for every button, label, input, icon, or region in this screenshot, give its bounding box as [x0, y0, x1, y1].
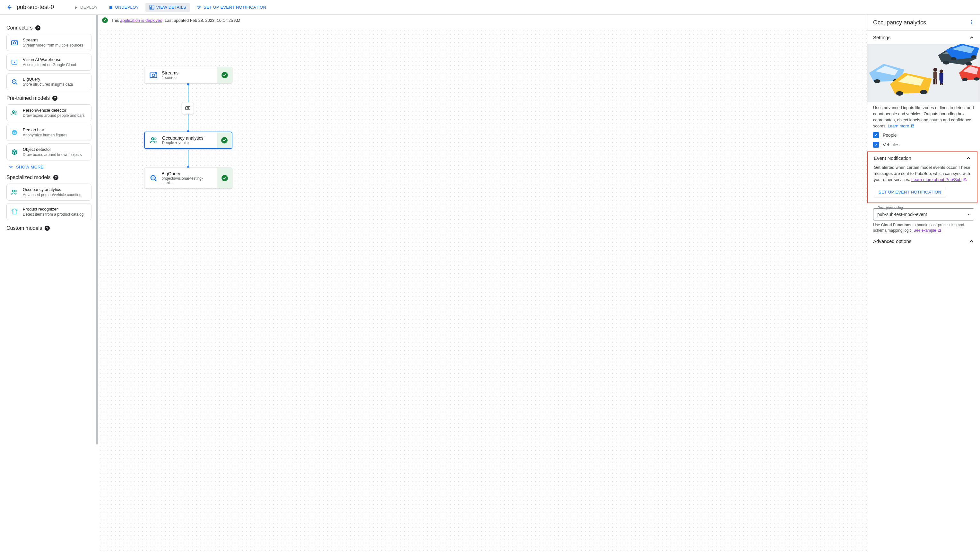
tshirt-icon: [11, 208, 18, 216]
bigquery-icon: [11, 78, 18, 86]
network-icon: [196, 5, 202, 10]
checkbox-checked-icon: [873, 132, 879, 138]
deploy-button[interactable]: Deploy: [69, 3, 102, 12]
settings-accordion[interactable]: Settings: [867, 31, 980, 44]
post-processing-select[interactable]: pub-sub-test-mock-event: [873, 208, 974, 221]
bar-chart-icon: [149, 5, 154, 10]
flip-camera-icon: [11, 39, 18, 46]
check-circle-icon: [221, 137, 228, 143]
flip-camera-icon: [149, 71, 158, 79]
cube-icon: [11, 148, 18, 156]
setup-event-button[interactable]: Set up event notification: [874, 187, 946, 197]
svg-point-36: [940, 70, 943, 73]
hero-illustration: [867, 44, 980, 102]
learn-pubsub-link[interactable]: Learn more about Pub/Sub: [911, 177, 961, 182]
custom-heading: Custom models ?: [6, 225, 91, 231]
chevron-down-icon: [8, 164, 13, 169]
external-link-icon: [910, 124, 914, 128]
svg-point-26: [962, 78, 968, 81]
deployed-link[interactable]: application is deployed: [120, 18, 162, 23]
mid-camera-node[interactable]: [182, 102, 194, 114]
event-notification-section: Event Notification Get alerted when cert…: [867, 151, 977, 203]
external-link-icon: [963, 178, 967, 181]
chevron-up-icon: [969, 239, 974, 243]
model-occupancy[interactable]: Occupancy analytics Advanced person/vehi…: [6, 184, 91, 200]
view-details-button[interactable]: View details: [145, 3, 190, 12]
chevron-up-icon: [966, 156, 971, 161]
help-icon[interactable]: ?: [35, 25, 40, 30]
help-icon[interactable]: ?: [53, 175, 59, 180]
event-accordion[interactable]: Event Notification: [868, 153, 977, 165]
connector-warehouse[interactable]: Vision AI Warehouse Assets stored on Goo…: [6, 54, 91, 71]
details-panel: Occupancy analytics Settings: [867, 15, 980, 552]
svg-rect-37: [940, 83, 942, 85]
advanced-accordion[interactable]: Advanced options: [867, 235, 980, 248]
model-object-detector[interactable]: Object detector Draw boxes around known …: [6, 143, 91, 161]
caret-down-icon: [967, 212, 971, 216]
see-example-link[interactable]: See example: [913, 228, 936, 233]
model-product-recognizer[interactable]: Product recognizer Detect items from a p…: [6, 203, 91, 220]
undeploy-button[interactable]: Undeploy: [104, 3, 143, 12]
svg-point-28: [874, 79, 880, 83]
svg-point-27: [974, 77, 980, 81]
model-description: Uses advanced inputs like zones or lines…: [867, 102, 980, 130]
connector-bigquery[interactable]: BigQuery Store structured insights data: [6, 73, 91, 90]
people-alt-icon: [11, 188, 18, 196]
connectors-heading: Connectors ?: [6, 25, 91, 31]
vehicles-checkbox-row[interactable]: Vehicles: [867, 140, 980, 150]
sidebar-scrollbar[interactable]: [96, 15, 98, 552]
svg-point-24: [951, 57, 956, 60]
svg-point-32: [934, 68, 937, 72]
node-bigquery[interactable]: BigQuery projects/visionai-testing-stabl…: [144, 167, 232, 189]
help-icon[interactable]: ?: [52, 95, 57, 101]
component-sidebar: Connectors ? Streams Stream video from m…: [0, 15, 98, 552]
edge: [188, 150, 188, 167]
panel-title: Occupancy analytics: [873, 19, 926, 26]
post-processing-hint: Use Cloud Functions to handle post-proce…: [867, 221, 980, 235]
stop-icon: [108, 5, 113, 10]
node-status: [217, 132, 232, 148]
model-person-blur[interactable]: Person blur Anonymize human figures: [6, 124, 91, 141]
svg-rect-35: [936, 79, 937, 84]
specialized-heading: Specialized models ?: [6, 175, 91, 180]
chevron-up-icon: [969, 35, 974, 40]
learn-more-link[interactable]: Learn more: [888, 124, 914, 128]
deploy-status: This application is deployed. Last updat…: [102, 17, 240, 23]
svg-rect-33: [934, 72, 937, 79]
setup-event-button-top[interactable]: Set up event notification: [192, 3, 270, 12]
event-description: Get alerted when certain model events oc…: [868, 165, 977, 183]
node-occupancy[interactable]: Occupancy analytics People + vehicles: [144, 132, 232, 149]
app-title: pub-sub-test-0: [17, 4, 54, 11]
arrow-left-icon: [6, 4, 12, 11]
topbar: pub-sub-test-0 Deploy Undeploy View deta…: [0, 0, 980, 15]
model-person-vehicle[interactable]: Person/vehicle detector Draw boxes aroun…: [6, 104, 91, 121]
checkbox-checked-icon: [873, 142, 879, 148]
node-status: [217, 67, 232, 83]
play-icon: [73, 5, 78, 10]
panel-menu-button[interactable]: [969, 19, 974, 25]
node-status: [217, 168, 232, 188]
people-alt-icon: [11, 109, 18, 117]
people-alt-icon: [149, 136, 158, 145]
check-circle-icon: [221, 72, 228, 78]
play-box-icon: [11, 59, 18, 66]
help-icon[interactable]: ?: [45, 226, 50, 231]
svg-point-30: [896, 91, 903, 95]
pretrained-heading: Pre-trained models ?: [6, 95, 91, 101]
back-button[interactable]: [4, 2, 14, 13]
people-checkbox-row[interactable]: People: [867, 130, 980, 140]
graph-canvas[interactable]: Streams 1 source Occupancy analytics Peo…: [98, 29, 867, 552]
svg-point-31: [920, 90, 928, 94]
camera-icon: [185, 105, 191, 111]
more-vert-icon: [969, 19, 974, 25]
check-circle-icon: [221, 175, 228, 181]
svg-rect-38: [942, 83, 943, 85]
svg-point-22: [943, 60, 950, 65]
node-streams[interactable]: Streams 1 source: [144, 67, 232, 83]
check-circle-icon: [102, 17, 108, 23]
graph-canvas-wrap: This application is deployed. Last updat…: [98, 15, 867, 552]
svg-rect-34: [934, 79, 935, 84]
connector-streams[interactable]: Streams Stream video from multiple sourc…: [6, 34, 91, 51]
svg-point-25: [971, 55, 977, 59]
show-more-button[interactable]: Show more: [8, 164, 91, 169]
